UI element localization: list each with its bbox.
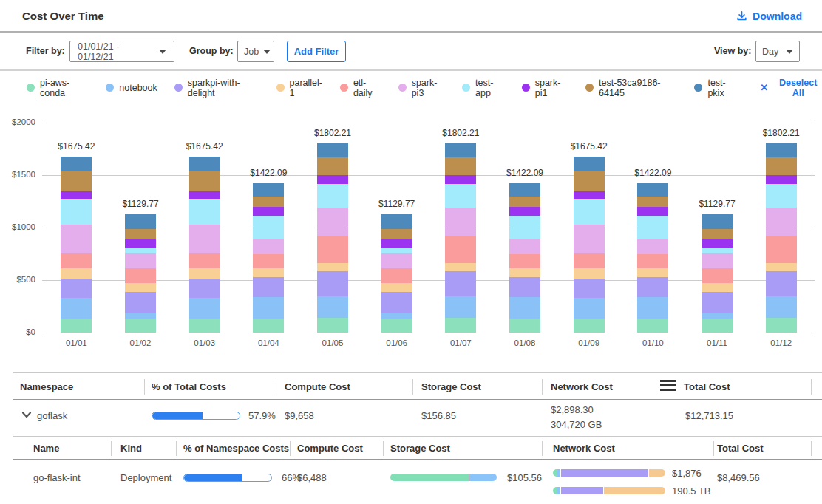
stacked-bar-01/08[interactable]: [509, 183, 540, 333]
bar-segment-etl-daily: [61, 253, 92, 268]
bar-segment-sparkpi-with-delight: [381, 292, 412, 313]
pct-namespace-progress-fill: [184, 474, 242, 481]
bar-segment-notebook: [574, 298, 605, 319]
bar-segment-parallel-1: [317, 263, 348, 271]
legend-label: parallel-1: [290, 78, 323, 98]
close-icon: ✕: [760, 82, 768, 93]
bar-segment-test-53ca9186-64145: [702, 229, 733, 239]
stacked-bar-01/02[interactable]: [125, 214, 156, 333]
bar-segment-parallel-1: [381, 283, 412, 292]
bar-total-label: $1675.42: [43, 141, 109, 151]
network-usage-value: 304,720 GB: [551, 419, 602, 430]
legend-dot: [106, 84, 114, 92]
legend-item-pi-aws-conda[interactable]: pi-aws-conda: [27, 78, 89, 98]
x-axis-label: 01/09: [556, 338, 622, 347]
bar-chart: $0$500$1000$1500$2000$1675.4201/01$1129.…: [0, 103, 822, 373]
bar-segment-test-53ca9186-64145: [509, 197, 540, 207]
x-axis-label: 01/12: [748, 338, 815, 347]
bar-segment-etl-daily: [509, 254, 540, 268]
bar-segment-test-app: [381, 248, 412, 253]
pct-total-progress-fill: [152, 412, 203, 419]
legend-dot: [522, 84, 530, 92]
bar-total-label: $1129.77: [107, 199, 174, 209]
bar-segment-etl-daily: [637, 254, 668, 268]
collapse-chevron-icon[interactable]: [21, 411, 32, 418]
bar-segment-etl-daily: [766, 236, 797, 263]
bar-segment-test-pkix: [445, 143, 476, 157]
bar-segment-spark-pi1: [702, 239, 733, 248]
legend-label: notebook: [119, 83, 157, 93]
bar-segment-test-53ca9186-64145: [317, 157, 348, 176]
x-axis-label: 01/08: [492, 338, 558, 347]
stacked-bar-01/06[interactable]: [381, 214, 412, 333]
legend-label: etl-daily: [353, 78, 381, 98]
stacked-bar-01/03[interactable]: [189, 157, 220, 333]
x-axis-label: 01/03: [171, 338, 238, 347]
stacked-bar-01/09[interactable]: [574, 157, 605, 333]
bar-segment-parallel-1: [445, 263, 476, 271]
legend-item-test-app[interactable]: test-app: [462, 78, 505, 98]
legend-item-etl-daily[interactable]: etl-daily: [340, 78, 381, 98]
network-cost-value: $1,876: [672, 468, 702, 479]
pct-total-progressbar: [152, 412, 240, 420]
network-usage-value: 190.5 TB: [672, 486, 711, 497]
bar-segment-spark-pi1: [574, 191, 605, 199]
legend-item-sparkpi-with-delight[interactable]: sparkpi-with-delight: [174, 78, 259, 98]
date-range-value: 01/01/21 - 01/12/21: [78, 41, 152, 62]
col-pct-total-costs: % of Total Costs: [152, 381, 226, 392]
bar-segment-test-pkix: [637, 183, 668, 197]
bar-segment-etl-daily: [189, 253, 220, 268]
bar-segment-test-app: [637, 216, 668, 240]
bar-segment-notebook: [125, 313, 156, 319]
stacked-bar-01/10[interactable]: [637, 183, 668, 333]
network-usage-bar: [553, 487, 665, 494]
bar-segment-spark-pi1: [766, 175, 797, 184]
bar-segment-parallel-1: [702, 283, 733, 292]
legend-item-test-53ca9186-64145[interactable]: test-53ca9186-64145: [585, 78, 677, 98]
bar-segment-etl-daily: [317, 236, 348, 263]
gridline: [42, 333, 815, 333]
stacked-bar-01/07[interactable]: [445, 143, 476, 333]
bar-segment-test-pkix: [509, 183, 540, 197]
bar-segment-test-53ca9186-64145: [253, 197, 284, 207]
bar-segment-test-pkix: [189, 157, 220, 171]
stacked-bar-01/01[interactable]: [61, 157, 92, 333]
bar-segment-parallel-1: [253, 268, 284, 277]
cost-over-time-page: Cost Over Time Download Filter by: 01/01…: [0, 0, 822, 504]
mini-bar-segment: [469, 474, 497, 481]
stacked-bar-01/11[interactable]: [702, 214, 733, 333]
download-button[interactable]: Download: [736, 0, 802, 32]
column-settings-icon[interactable]: [660, 380, 676, 393]
bar-segment-test-app: [509, 216, 540, 240]
date-range-select[interactable]: 01/01/21 - 01/12/21: [69, 41, 174, 62]
bar-segment-pi-aws-conda: [253, 319, 284, 333]
bar-total-label: $1129.77: [684, 199, 750, 209]
bar-segment-test-pkix: [381, 214, 412, 229]
stacked-bar-01/12[interactable]: [766, 143, 797, 333]
bar-segment-test-pkix: [702, 214, 733, 229]
bar-segment-sparkpi-with-delight: [189, 279, 220, 299]
group-by-value: Job: [244, 47, 259, 57]
legend-item-test-pkix[interactable]: test-pkix: [694, 78, 738, 98]
bar-segment-test-pkix: [766, 143, 797, 157]
namespace-name: goflask: [37, 410, 67, 421]
legend-item-spark-pi3[interactable]: spark-pi3: [398, 78, 445, 98]
col-compute-cost: Compute Cost: [285, 381, 350, 392]
legend-label: sparkpi-with-delight: [188, 78, 259, 98]
add-filter-button[interactable]: Add Filter: [287, 41, 346, 62]
legend-item-parallel-1[interactable]: parallel-1: [276, 78, 323, 98]
group-by-select[interactable]: Job: [237, 41, 274, 62]
deselect-all-button[interactable]: ✕ Deselect All: [760, 78, 822, 98]
legend-item-notebook[interactable]: notebook: [106, 83, 157, 93]
bar-segment-pi-aws-conda: [381, 319, 412, 333]
gridline: [42, 280, 815, 281]
network-cost-bar: [553, 469, 665, 477]
stacked-bar-01/04[interactable]: [253, 183, 284, 333]
bar-segment-test-pkix: [253, 183, 284, 197]
legend-item-spark-pi1[interactable]: spark-pi1: [522, 78, 568, 98]
namespace-row-goflask: goflask 57.9% $9,658 $156.85 $2,898.30 3…: [13, 400, 822, 437]
stacked-bar-01/05[interactable]: [317, 143, 348, 333]
col-total-cost: Total Cost: [684, 381, 730, 392]
view-by-select[interactable]: Day: [755, 41, 800, 62]
bar-segment-pi-aws-conda: [637, 319, 668, 333]
